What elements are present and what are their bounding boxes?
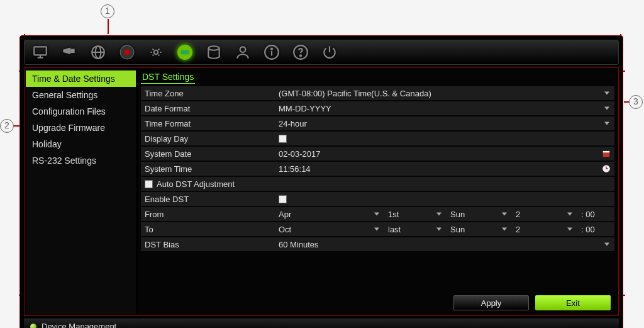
record-icon[interactable] (118, 43, 136, 62)
annotation-1-line (108, 19, 109, 34)
autodst-label: Auto DST Adjustment (157, 179, 235, 189)
sidebar-item-rs232[interactable]: RS-232 Settings (26, 152, 136, 169)
sidebar-item-general[interactable]: General Settings (26, 87, 136, 103)
row-systemdate: System Date 02-03-2017 (141, 147, 614, 161)
from-label: From (141, 210, 276, 219)
row-displayday: Display Day (141, 132, 614, 145)
systemtime-input[interactable]: 11:56:14 (276, 164, 614, 174)
enabledst-checkbox[interactable] (279, 195, 287, 203)
svg-point-8 (125, 50, 130, 55)
to-week-select[interactable]: last (386, 223, 445, 235)
timezone-label: Time Zone (141, 89, 276, 98)
from-hour-select[interactable]: 2 (513, 208, 576, 220)
svg-point-18 (300, 55, 301, 56)
dstbias-label: DST Bias (141, 240, 276, 249)
row-timezone: Time Zone (GMT-08:00) Pacific Time(U.S. … (141, 86, 614, 100)
systemtime-value: 11:56:14 (279, 164, 311, 174)
exit-button[interactable]: Exit (535, 295, 611, 310)
footer-bar: Device Management (24, 319, 619, 328)
from-day-select[interactable]: Sun (448, 208, 511, 220)
timeformat-label: Time Format (141, 119, 276, 128)
annotation-2: 2 (0, 118, 14, 133)
svg-point-16 (271, 48, 272, 50)
sidebar-item-holiday[interactable]: Holiday (26, 136, 136, 152)
row-to: To Oct last Sun 2 : 00 (141, 222, 614, 236)
sidebar-item-time-date[interactable]: Time & Date Settings (26, 71, 136, 87)
clock-icon[interactable] (602, 164, 611, 173)
sidebar-item-upgrade[interactable]: Upgrade Firmware (26, 120, 136, 136)
row-dateformat: Date Format MM-DD-YYYY (141, 101, 614, 115)
to-day-select[interactable]: Sun (448, 223, 511, 235)
apply-button[interactable]: Apply (453, 295, 529, 310)
network-icon[interactable] (89, 43, 108, 62)
row-autodst: Auto DST Adjustment (141, 177, 614, 191)
from-month-select[interactable]: Apr (276, 208, 383, 220)
svg-point-12 (208, 46, 219, 50)
row-from: From Apr 1st Sun 2 : 00 (141, 207, 614, 221)
monitor-icon[interactable] (31, 43, 50, 62)
to-hour-select[interactable]: 2 (513, 223, 576, 235)
to-month-select[interactable]: Oct (276, 223, 383, 235)
displayday-label: Display Day (141, 134, 276, 144)
annotation-1: 1 (101, 4, 114, 18)
settings-window: Time & Date Settings General Settings Co… (19, 35, 623, 328)
camera-icon[interactable] (60, 43, 79, 62)
settings-active-icon[interactable] (175, 43, 194, 62)
body-area: Time & Date Settings General Settings Co… (24, 67, 619, 316)
svg-rect-3 (70, 49, 75, 54)
button-row: Apply Exit (141, 295, 614, 310)
systemtime-label: System Time (141, 164, 276, 174)
autodst-checkbox[interactable] (145, 180, 153, 188)
systemdate-value: 02-03-2017 (279, 149, 321, 159)
alarm-icon[interactable] (147, 43, 165, 62)
annotation-3-line (624, 101, 629, 103)
info-icon[interactable] (262, 43, 281, 62)
row-dstbias: DST Bias 60 Minutes (141, 237, 614, 251)
storage-icon[interactable] (204, 43, 223, 62)
svg-rect-11 (181, 50, 189, 55)
power-icon[interactable] (320, 43, 339, 62)
svg-rect-20 (603, 151, 610, 152)
from-min: : 00 (579, 210, 604, 219)
status-dot-icon (30, 324, 36, 329)
svg-point-9 (154, 50, 158, 55)
footer-title: Device Management (42, 322, 116, 328)
timeformat-select[interactable]: 24-hour (276, 119, 614, 128)
timezone-select[interactable]: (GMT-08:00) Pacific Time(U.S. & Canada) (276, 89, 614, 98)
dstbias-select[interactable]: 60 Minutes (276, 240, 614, 249)
systemdate-input[interactable]: 02-03-2017 (276, 149, 614, 159)
help-icon[interactable] (291, 43, 310, 62)
to-label: To (141, 225, 276, 234)
content-panel: DST Settings Time Zone (GMT-08:00) Pacif… (138, 69, 617, 314)
svg-rect-0 (34, 47, 47, 55)
svg-point-13 (240, 47, 246, 52)
enabledst-label: Enable DST (141, 195, 276, 204)
row-systemtime: System Time 11:56:14 (141, 162, 614, 176)
row-enabledst: Enable DST (141, 192, 614, 206)
calendar-icon[interactable] (602, 149, 611, 158)
from-week-select[interactable]: 1st (386, 208, 445, 220)
row-timeformat: Time Format 24-hour (141, 116, 614, 130)
panel-title: DST Settings (141, 71, 195, 84)
sidebar-item-config-files[interactable]: Configuration Files (26, 103, 136, 120)
sidebar: Time & Date Settings General Settings Co… (26, 69, 136, 314)
dateformat-label: Date Format (141, 104, 276, 113)
dateformat-select[interactable]: MM-DD-YYYY (276, 104, 614, 113)
annotation-3: 3 (629, 94, 643, 109)
user-icon[interactable] (233, 43, 252, 62)
top-toolbar (24, 40, 619, 65)
systemdate-label: System Date (141, 149, 276, 159)
to-min: : 00 (579, 225, 604, 234)
displayday-checkbox[interactable] (279, 135, 287, 143)
